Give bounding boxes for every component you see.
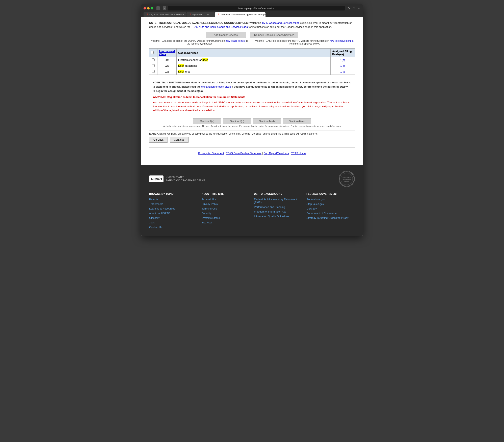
footer-link-commerce[interactable]: Department of Commerce (306, 212, 355, 215)
tab-trademark[interactable]: 📍 Trademark/Service Mark Application, Pr… (215, 12, 266, 17)
separator: | (290, 152, 291, 155)
footer-links: Privacy Act Statement | TEAS Form Burden… (149, 148, 355, 161)
browser-chrome: ‹ › teas.uspto.gov/forms/teas.service ↻ … (141, 4, 363, 17)
tab-icon: 📍 (217, 14, 220, 16)
browser-window: ‹ › teas.uspto.gov/forms/teas.service ↻ … (141, 4, 363, 236)
row-class-cell: 007 (158, 57, 177, 63)
footer-link-trademarks[interactable]: Trademarks (149, 203, 198, 205)
remove-goods-button[interactable]: Remove Checked Goods/Services (250, 32, 299, 38)
footer-link-terms[interactable]: Terms of Use (202, 207, 250, 210)
select-all-checkbox[interactable] (151, 51, 154, 54)
logo-tagline: UNITED STATES PATENT AND TRADEMARK OFFIC… (166, 176, 205, 182)
svg-text:TRADEMARK: TRADEMARK (342, 179, 351, 180)
footer-logo-row: uspto UNITED STATES PATENT AND TRADEMARK… (149, 171, 355, 187)
privacy-act-link[interactable]: Privacy Act Statement (198, 152, 224, 155)
address-bar[interactable]: teas.uspto.gov/forms/teas.service (168, 6, 345, 11)
note-end: for instructions on filling out the Good… (249, 25, 332, 28)
footer-link-glossary[interactable]: Glossary (149, 216, 198, 219)
footer-link-learning[interactable]: Learning & Resources (149, 207, 198, 210)
instructional-note: NOTE – INSTRUCTIONAL VIDEOS AVAILABLE RE… (149, 21, 355, 29)
tmin-link[interactable]: TMIN Goods and Services video (262, 21, 299, 24)
go-back-button[interactable]: Go Back (149, 137, 168, 143)
help-add-link[interactable]: how to add item(s) (226, 39, 246, 42)
teas-home-link[interactable]: TEAS Home (291, 152, 306, 155)
section-44e-label: Foreign registration exists for same goo… (290, 125, 341, 127)
footer-link-contact[interactable]: Contact Us (149, 226, 198, 229)
footer-link-sitemap[interactable]: Site Map (202, 221, 250, 224)
footer-link-about[interactable]: About the USPTO (149, 212, 198, 215)
col-title-browse: BROWSE BY TOPIC (149, 193, 198, 195)
note-text: Watch the (249, 21, 262, 24)
footer-col-federal: FEDERAL GOVERNMENT Regulations.gov StopF… (306, 193, 355, 230)
highlight-text: Deer (178, 70, 184, 73)
continue-button[interactable]: Continue (170, 137, 189, 143)
footer-link-fair[interactable]: Federal Activity Inventory Reform Act (F… (254, 198, 302, 204)
help-remove-text: Visit the TEAS Help section of the USPTO… (254, 39, 355, 45)
close-button-icon[interactable] (144, 7, 146, 9)
footer-link-privacy[interactable]: Privacy Policy (202, 203, 250, 205)
footer-col-about: ABOUT THIS SITE Accessibility Privacy Po… (202, 193, 250, 230)
goods-table: International Class Goods/Services Assig… (149, 48, 355, 75)
table-header-class: International Class (158, 49, 177, 57)
forward-button[interactable]: › (163, 6, 166, 10)
col-title-background: USPTO BACKGROUND (254, 193, 302, 195)
row-checkbox[interactable] (152, 70, 155, 73)
tab-icon: 📍 (189, 14, 191, 16)
row-filing-cell: 1(a) (331, 69, 355, 75)
teas-link[interactable]: TEAS Nuts and Bolts: Goods and Services … (191, 25, 248, 28)
filing-buttons-row: Section 1(a) Section 1(b) Section 44(d) … (149, 118, 355, 124)
footer-link-regulations[interactable]: Regulations.gov (306, 198, 355, 201)
minimize-button-icon[interactable] (147, 7, 150, 9)
filing-basis-note-box: NOTE: The 4 BUTTONS below identify the c… (149, 78, 355, 115)
footer-link-patents[interactable]: Patents (149, 198, 198, 201)
row-select-cell (149, 57, 158, 63)
footer-link-performance[interactable]: Performance and Planning (254, 205, 302, 208)
note-bold-prefix: NOTE – INSTRUCTIONAL VIDEOS AVAILABLE RE… (149, 21, 249, 24)
warning-title: WARNING: Registration Subject to Cancell… (153, 95, 351, 99)
section-1b-button[interactable]: Section 1(b) (223, 118, 251, 124)
footer-link-security[interactable]: Security (202, 212, 250, 215)
note-box-text: NOTE: The 4 BUTTONS below identify the c… (153, 81, 351, 93)
footer-link-stopfakes[interactable]: StopFakes.gov (306, 203, 355, 205)
bug-report-link[interactable]: Bug Report/Feedback (264, 152, 289, 155)
intl-class-link[interactable]: International Class (159, 50, 175, 56)
logo-text: uspto (151, 176, 162, 181)
table-row: 007 Electronic feeder for deer 1(b) (149, 57, 355, 63)
table-row: 028 Deer attractants 1(a) (149, 63, 355, 69)
footer-col-background: USPTO BACKGROUND Federal Activity Invent… (254, 193, 302, 230)
warning-text: You must ensure that statements made in … (153, 101, 351, 112)
filing-basis-link[interactable]: 1(b) (340, 58, 345, 61)
footer-link-foia[interactable]: Freedom of Information Act (254, 210, 302, 213)
filing-labels-row: Actually using mark in commerce now No u… (149, 125, 355, 127)
tab-login[interactable]: 📍 Log in to TEAS and TEAS| USPTO (144, 12, 186, 17)
row-checkbox[interactable] (152, 58, 155, 61)
maximize-button-icon[interactable] (151, 7, 153, 9)
section-44e-button[interactable]: Section 44(e) (283, 118, 311, 124)
section-44d-button[interactable]: Section 44(d) (253, 118, 281, 124)
footer-link-stop-piracy[interactable]: Strategy Targeting Organized Piracy (306, 216, 355, 219)
row-checkbox[interactable] (152, 64, 155, 67)
tab-myuspto[interactable]: 📍 MyUSPTO | USPTO (186, 12, 215, 17)
footer-link-jobs[interactable]: Jobs (149, 221, 198, 224)
nav-note: NOTE: Clicking "Go Back" will take you d… (149, 132, 355, 135)
filing-basis-link[interactable]: 1(a) (340, 64, 345, 67)
back-button[interactable]: ‹ (156, 6, 160, 10)
filing-basis-link[interactable]: 1(a) (340, 70, 345, 73)
footer-link-accessibility[interactable]: Accessibility (202, 198, 250, 201)
help-add-prefix: Visit the TEAS Help section of the USPTO… (151, 39, 226, 42)
refresh-button[interactable]: ↻ (347, 6, 351, 10)
help-remove-suffix: from the list displayed below. (289, 42, 320, 45)
form-burden-link[interactable]: TEAS Form Burden Statement (226, 152, 261, 155)
share-button[interactable]: ⬆ (352, 6, 356, 10)
explanation-link[interactable]: explanation of each basis (201, 85, 231, 88)
help-remove-link[interactable]: how to remove item(s) (330, 39, 354, 42)
add-goods-button[interactable]: Add Goods/Services (206, 32, 246, 38)
footer-link-quality[interactable]: Information Quality Guidelines (254, 215, 302, 218)
footer-col-browse: BROWSE BY TOPIC Patents Trademarks Learn… (149, 193, 198, 230)
footer-link-usa[interactable]: USA.gov (306, 207, 355, 210)
new-tab-button[interactable]: + (357, 6, 360, 10)
separator: | (262, 152, 264, 155)
footer-link-systems[interactable]: Systems Status (202, 216, 250, 219)
section-1a-button[interactable]: Section 1(a) (193, 118, 221, 124)
goods-help-row: Visit the TEAS Help section of the USPTO… (149, 39, 355, 45)
